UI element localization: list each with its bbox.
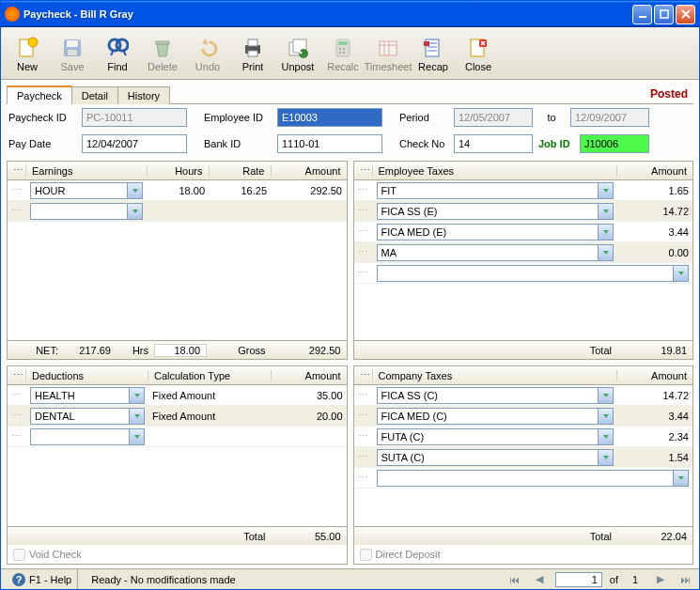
chevron-down-icon[interactable] — [598, 204, 613, 219]
svg-rect-12 — [248, 51, 257, 56]
comp-taxes-options-icon[interactable]: ⋯ — [354, 369, 373, 381]
row-options-icon[interactable]: ⋯ — [354, 222, 373, 241]
void-check-checkbox[interactable] — [13, 549, 25, 561]
row-options-icon[interactable]: ⋯ — [354, 263, 373, 283]
combo-field[interactable]: HOUR — [30, 182, 143, 199]
combo-field[interactable]: FIT — [377, 182, 614, 199]
emp-tax-row: ⋯FICA MED (E)3.44 — [354, 222, 693, 242]
toolbar-unpost-button[interactable]: Unpost — [275, 29, 320, 77]
toolbar-recap-button[interactable]: Recap — [411, 29, 456, 77]
row-options-icon[interactable]: ⋯ — [8, 406, 26, 426]
chevron-down-icon[interactable] — [129, 388, 144, 403]
posted-label: Posted — [650, 87, 688, 101]
svg-rect-6 — [68, 50, 77, 55]
combo-field[interactable]: MA — [377, 244, 614, 261]
comp-tax-row: ⋯SUTA (C)1.54 — [354, 447, 693, 468]
combo-field[interactable]: SUTA (C) — [377, 449, 614, 466]
row-options-icon[interactable]: ⋯ — [8, 385, 26, 405]
combo-field[interactable] — [30, 203, 143, 220]
direct-deposit-checkbox[interactable] — [360, 549, 372, 561]
row-options-icon[interactable]: ⋯ — [354, 406, 373, 426]
toolbar-find-button[interactable]: Find — [95, 29, 140, 77]
nav-last-button[interactable]: ⏭ — [677, 572, 693, 587]
chevron-down-icon[interactable] — [598, 388, 613, 403]
period-from-field[interactable]: 12/05/2007 — [454, 108, 533, 127]
combo-field[interactable]: FICA SS (C) — [377, 387, 614, 404]
combo-field[interactable] — [377, 265, 690, 282]
deductions-total-label: Total — [8, 531, 272, 542]
svg-point-15 — [299, 49, 308, 58]
chevron-down-icon[interactable] — [127, 183, 142, 198]
emp-taxes-options-icon[interactable]: ⋯ — [354, 164, 373, 177]
tab-detail[interactable]: Detail — [71, 86, 118, 104]
chevron-down-icon[interactable] — [598, 429, 613, 444]
nav-prev-button[interactable]: ◀ — [531, 572, 548, 587]
chevron-down-icon[interactable] — [127, 204, 142, 219]
row-options-icon[interactable]: ⋯ — [354, 427, 373, 446]
row-options-icon[interactable]: ⋯ — [354, 385, 373, 405]
toolbar-print-button[interactable]: Print — [230, 29, 275, 77]
maximize-button[interactable] — [654, 5, 674, 24]
chevron-down-icon[interactable] — [598, 245, 613, 260]
combo-field[interactable]: DENTAL — [30, 408, 145, 425]
chevron-down-icon[interactable] — [673, 266, 688, 281]
row-options-icon[interactable]: ⋯ — [354, 180, 373, 200]
job-id-field[interactable]: J10006 — [580, 134, 649, 153]
deductions-options-icon[interactable]: ⋯ — [8, 369, 26, 381]
chevron-down-icon[interactable] — [673, 471, 688, 486]
combo-field[interactable]: FICA SS (E) — [377, 203, 614, 220]
chevron-down-icon[interactable] — [129, 409, 144, 424]
combo-field[interactable]: FICA MED (C) — [377, 408, 614, 425]
combo-field[interactable]: HEALTH — [30, 387, 145, 404]
print-icon — [240, 35, 266, 61]
row-options-icon[interactable]: ⋯ — [8, 180, 26, 200]
check-no-field[interactable]: 14 — [454, 134, 533, 153]
job-id-label: Job ID — [538, 138, 574, 149]
row-options-icon[interactable]: ⋯ — [354, 447, 373, 467]
bank-id-field[interactable]: 1110-01 — [277, 134, 382, 153]
chevron-down-icon[interactable] — [129, 429, 144, 444]
chevron-down-icon[interactable] — [598, 225, 613, 240]
row-options-icon[interactable]: ⋯ — [8, 427, 26, 446]
row-options-icon[interactable]: ⋯ — [354, 201, 373, 221]
deduction-row: ⋯HEALTHFixed Amount35.00 — [8, 385, 347, 406]
hrs-value: 18.00 — [154, 344, 207, 357]
employee-id-field[interactable]: E10003 — [277, 108, 382, 127]
row-options-icon[interactable]: ⋯ — [8, 201, 26, 221]
combo-field[interactable] — [377, 470, 690, 487]
paycheck-id-field[interactable]: PC-10011 — [82, 108, 187, 127]
chevron-down-icon[interactable] — [598, 450, 613, 465]
close-icon — [465, 35, 491, 61]
combo-field[interactable]: FICA MED (E) — [377, 224, 614, 241]
unpost-icon — [285, 35, 311, 61]
nav-next-button[interactable]: ▶ — [652, 572, 669, 587]
nav-first-button[interactable]: ⏮ — [506, 572, 523, 587]
page-field[interactable] — [555, 572, 602, 587]
row-options-icon[interactable]: ⋯ — [354, 242, 373, 262]
tab-paycheck[interactable]: Paycheck — [7, 85, 72, 104]
pay-date-field[interactable]: 12/04/2007 — [82, 134, 187, 153]
earnings-options-icon[interactable]: ⋯ — [8, 164, 26, 177]
deduction-empty-row: ⋯ — [8, 427, 347, 447]
toolbar-close-button[interactable]: Close — [456, 29, 501, 77]
gross-label: Gross — [207, 345, 272, 356]
svg-point-18 — [339, 47, 341, 49]
combo-field[interactable]: FUTA (C) — [377, 428, 614, 445]
toolbar-new-button[interactable]: New — [5, 29, 50, 77]
row-options-icon[interactable]: ⋯ — [354, 468, 373, 488]
to-label: to — [538, 112, 565, 123]
direct-deposit-label: Direct Deposit — [376, 549, 441, 560]
combo-field[interactable] — [30, 428, 145, 445]
comp-tax-row: ⋯FUTA (C)2.34 — [354, 427, 693, 447]
period-to-field[interactable]: 12/09/2007 — [570, 108, 649, 127]
tab-row: Paycheck Detail History Posted — [7, 84, 693, 104]
help-icon[interactable]: ? — [12, 573, 25, 586]
chevron-down-icon[interactable] — [598, 409, 613, 424]
tab-history[interactable]: History — [117, 86, 170, 104]
svg-point-21 — [343, 51, 345, 53]
deductions-col-calc: Calculation Type — [148, 370, 272, 381]
close-window-button[interactable] — [676, 5, 695, 24]
chevron-down-icon[interactable] — [598, 183, 613, 198]
paycheck-id-label: Paycheck ID — [8, 112, 76, 123]
minimize-button[interactable] — [632, 5, 652, 24]
